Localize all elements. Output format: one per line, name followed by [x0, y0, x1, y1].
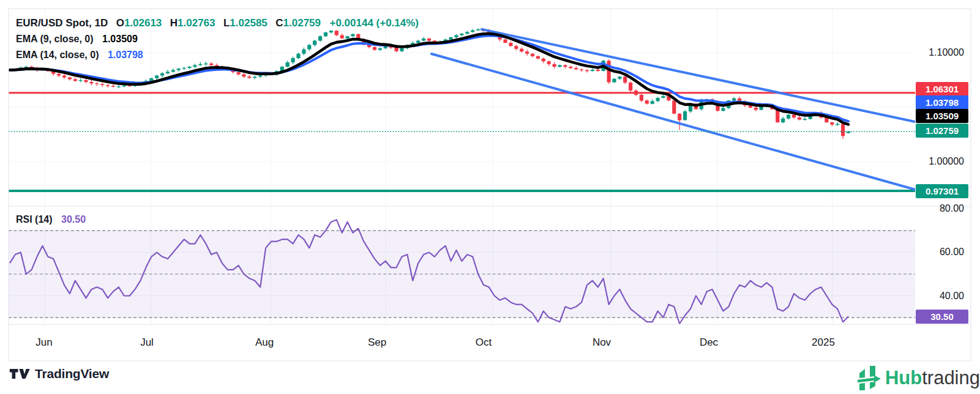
ema9-value: 1.03509	[102, 34, 138, 44]
ema14-legend[interactable]: EMA (14, close, 0) 1.03798	[16, 50, 143, 61]
ema14-value: 1.03798	[108, 50, 143, 60]
ema9-legend[interactable]: EMA (9, close, 0) 1.03509	[16, 34, 138, 45]
time-tick-label: Jul	[140, 336, 154, 349]
time-tick-label: Jun	[36, 336, 52, 349]
hubtrading-logo-icon	[857, 366, 881, 390]
rsi-label: RSI (14)	[16, 214, 53, 225]
time-tick-label: 2025	[812, 336, 835, 349]
brand-trading-text: trading	[922, 367, 980, 388]
low-label: L	[223, 17, 230, 29]
rsi-tick-label: 60.00	[918, 246, 964, 258]
high-value: 1.02763	[178, 17, 215, 29]
price-badge: 1.03509	[916, 109, 968, 123]
time-tick-label: Oct	[476, 336, 492, 349]
time-tick-label: Aug	[255, 336, 274, 349]
price-badge: 1.03798	[916, 95, 968, 110]
rsi-legend[interactable]: RSI (14) 30.50	[16, 214, 86, 225]
symbol-legend[interactable]: EUR/USD Spot, 1D O1.02613 H1.02763 L1.02…	[16, 17, 419, 29]
rsi-tick-label: 80.00	[918, 203, 964, 215]
price-badge: 0.97301	[916, 184, 968, 198]
rsi-tick-label: 40.00	[918, 290, 964, 302]
price-chart-canvas[interactable]	[0, 0, 980, 394]
high-label: H	[170, 17, 178, 29]
tradingview-label: TradingView	[35, 366, 109, 381]
trend-line	[482, 29, 915, 122]
price-badge: 1.06301	[916, 82, 968, 96]
open-value: 1.02613	[124, 17, 162, 29]
tradingview-attribution[interactable]: TradingView	[9, 366, 109, 382]
price-badge: 1.02759	[916, 124, 968, 138]
rsi-badge: 30.50	[916, 310, 968, 324]
change-value: +0.00144 (+0.14%)	[329, 17, 419, 29]
ema9-label: EMA (9, close, 0)	[16, 34, 94, 44]
brand-hub-text: Hub	[885, 367, 922, 388]
hubtrading-watermark: Hubtrading	[857, 366, 980, 390]
tradingview-logo-icon	[9, 366, 31, 382]
close-value: 1.02759	[283, 17, 321, 29]
price-tick-label: 1.10000	[918, 46, 964, 59]
time-tick-label: Nov	[593, 336, 611, 349]
time-tick-label: Sep	[368, 336, 386, 349]
symbol-title: EUR/USD Spot, 1D	[16, 17, 108, 29]
price-tick-label: 1.00000	[918, 155, 964, 168]
chart-widget: EUR/USD Spot, 1D O1.02613 H1.02763 L1.02…	[0, 0, 980, 394]
close-label: C	[275, 17, 283, 29]
rsi-value: 30.50	[61, 214, 86, 225]
time-tick-label: Dec	[700, 336, 718, 349]
open-label: O	[116, 17, 124, 29]
low-value: 1.02585	[230, 17, 267, 29]
ema14-label: EMA (14, close, 0)	[16, 50, 99, 60]
